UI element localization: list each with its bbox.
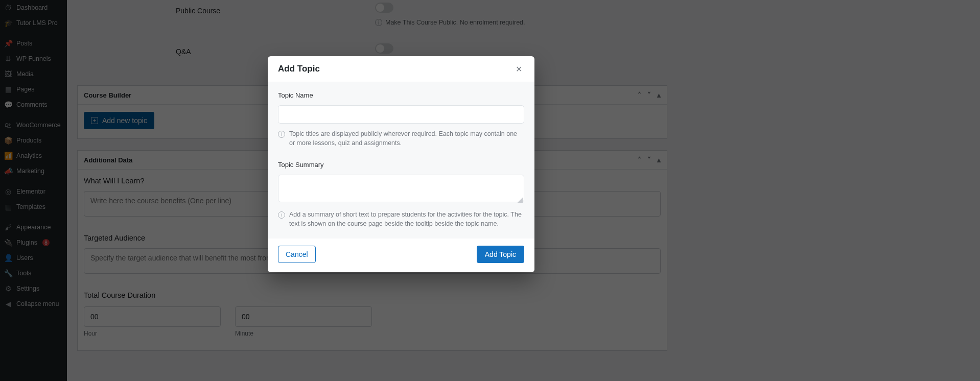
- topic-summary-hint: Add a summary of short text to prepare s…: [289, 210, 524, 228]
- topic-summary-textarea[interactable]: [278, 175, 524, 202]
- cancel-button[interactable]: Cancel: [278, 246, 316, 263]
- info-icon: i: [278, 131, 285, 138]
- topic-name-label: Topic Name: [278, 91, 524, 99]
- close-icon[interactable]: ✕: [513, 63, 524, 75]
- add-topic-button[interactable]: Add Topic: [477, 246, 524, 263]
- add-topic-modal: Add Topic ✕ Topic Name i Topic titles ar…: [268, 56, 534, 272]
- info-icon: i: [278, 211, 285, 219]
- modal-title: Add Topic: [278, 64, 320, 74]
- topic-summary-label: Topic Summary: [278, 161, 524, 169]
- topic-name-hint: Topic titles are displayed publicly wher…: [289, 130, 524, 148]
- topic-name-input[interactable]: [278, 105, 524, 124]
